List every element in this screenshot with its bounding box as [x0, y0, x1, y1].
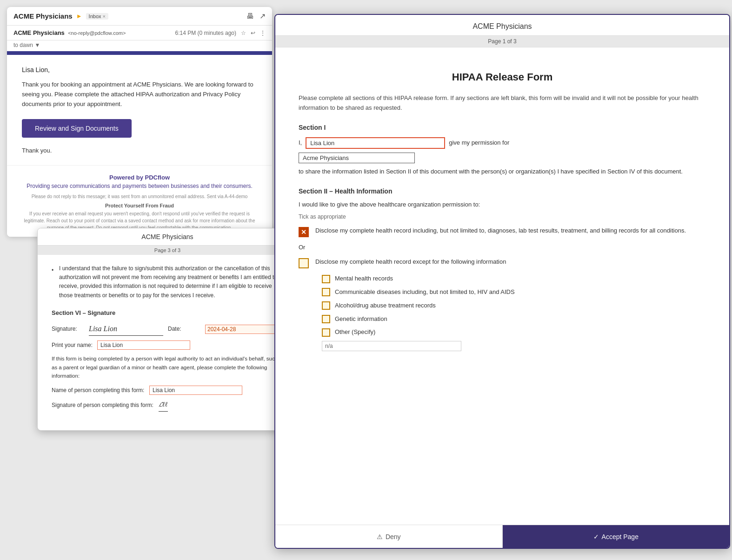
email-meta-row: ACME Physicians <no-reply@pdcflow.com> 6…	[7, 26, 272, 40]
hipaa-checkbox2[interactable]	[299, 258, 309, 268]
date-input[interactable]	[205, 325, 279, 334]
footer-powered: Powered by PDCflow	[22, 174, 257, 181]
email-panel: ACME Physicians ► Inbox × 🖶 ↗ ACME Physi…	[7, 7, 272, 237]
email-footer: Powered by PDCflow Providing secure comm…	[7, 165, 272, 237]
email-sender-name: ACME Physicians	[13, 29, 65, 36]
sub-checkbox-1[interactable]	[322, 275, 330, 283]
sub-checkbox-4[interactable]	[322, 315, 330, 323]
print-name-row: Print your name:	[52, 340, 283, 350]
hipaa-org-input[interactable]	[299, 153, 415, 163]
email-body: Lisa Lion, Thank you for booking an appo…	[7, 51, 272, 237]
hipaa-header: ACME Physicians	[275, 15, 729, 36]
checkmark-icon: ✓	[593, 533, 599, 540]
email-timestamp: 6:14 PM (0 minutes ago)	[175, 30, 236, 36]
sig-label: Signature:	[52, 325, 84, 333]
sub-check-text-1: Mental health records	[335, 274, 393, 284]
doc-back-page-indicator: Page 3 of 3	[38, 246, 297, 255]
sig2-image: 𝓛ℓℓ	[159, 400, 168, 411]
dropdown-icon[interactable]: ▼	[34, 42, 40, 48]
person-label: Name of person completing this form:	[52, 386, 145, 395]
checkbox1-x: ✕	[301, 227, 306, 237]
forward-icon: ►	[76, 13, 82, 20]
deny-icon: ⚠	[377, 533, 383, 540]
accept-page-button[interactable]: ✓ Accept Page	[503, 525, 730, 548]
review-sign-button[interactable]: Review and Sign Documents	[22, 119, 132, 138]
hipaa-na-input[interactable]	[322, 341, 461, 351]
hipaa-field1-suffix: give my permission for	[449, 138, 509, 148]
sub-check-text-3: Alcohol/drug abuse treatment records	[335, 301, 436, 311]
signature-row: Signature: Lisa Lion Date:	[52, 323, 283, 336]
inbox-tag-close[interactable]: ×	[103, 13, 106, 19]
hipaa-check2-row: Disclose my complete health record excep…	[299, 257, 706, 268]
sub-check-text-4: Genetic information	[335, 314, 387, 324]
sig2-row: Signature of person completing this form…	[52, 400, 283, 411]
hipaa-check2-text: Disclose my complete health record excep…	[315, 257, 706, 267]
hipaa-field1-prefix: I,	[299, 138, 302, 148]
sub-checkbox-2[interactable]	[322, 288, 330, 296]
hipaa-section1-title: Section I	[299, 122, 706, 133]
hipaa-or-text: Or	[299, 243, 706, 253]
email-body-text: Thank you for booking an appointment at …	[22, 80, 257, 109]
print-icon[interactable]: 🖶	[246, 12, 254, 20]
email-thank-you: Thank you.	[22, 147, 257, 154]
sub-check-row-4: Genetic information	[322, 314, 706, 324]
hipaa-field2-row: to share the information listed in Secti…	[299, 153, 706, 177]
email-to-row: to dawn ▼	[7, 40, 272, 51]
footer-tagline: Providing secure communications and paym…	[22, 183, 257, 189]
sub-check-text-5: Other (Specify)	[335, 327, 375, 337]
hipaa-form-title: HIPAA Release Form	[299, 69, 706, 85]
hipaa-field2-suffix: to share the information listed in Secti…	[299, 167, 683, 177]
doc-bullet-text: I understand that the failure to sign/su…	[59, 264, 283, 300]
deny-label: Deny	[386, 533, 401, 540]
footer-legal: Please do not reply to this message; it …	[22, 194, 257, 199]
hipaa-name-input[interactable]	[306, 137, 445, 149]
external-link-icon[interactable]: ↗	[260, 12, 266, 20]
hipaa-header-title: ACME Physicians	[472, 22, 532, 30]
hipaa-permission-text: I would like to give the above healthcar…	[299, 200, 706, 210]
hipaa-sub-checks: Mental health records Communicable disea…	[322, 274, 706, 351]
doc-panel-back: ACME Physicians Page 3 of 3 • I understa…	[37, 228, 298, 431]
sub-check-row-1: Mental health records	[322, 274, 706, 284]
sub-check-row-2: Communicable diseases including, but not…	[322, 287, 706, 297]
sub-na-row	[322, 341, 706, 351]
hipaa-checkbox1[interactable]: ✕	[299, 227, 309, 237]
hipaa-footer-bar: ⚠ Deny ✓ Accept Page	[275, 525, 729, 548]
email-header-icons: 🖶 ↗	[246, 12, 266, 20]
email-blue-bar	[7, 51, 272, 55]
accept-label: Accept Page	[602, 533, 639, 540]
hipaa-check1-row: ✕ Disclose my complete health record inc…	[299, 226, 706, 237]
sub-check-text-2: Communicable diseases including, but not…	[335, 287, 515, 297]
hipaa-page-indicator: Page 1 of 3	[275, 36, 729, 47]
email-app-title: ACME Physicians	[13, 12, 73, 20]
print-name-input[interactable]	[97, 340, 190, 350]
sub-checkbox-3[interactable]	[322, 301, 330, 310]
footer-fraud-title: Protect Yourself From Fraud	[22, 203, 257, 208]
star-icon[interactable]: ☆	[241, 30, 246, 36]
email-content: Lisa Lion, Thank you for booking an appo…	[7, 55, 272, 165]
inbox-tag-label: Inbox	[89, 13, 101, 19]
bullet-dot: •	[52, 266, 54, 300]
sub-checkbox-5[interactable]	[322, 328, 330, 337]
doc-legal-text: If this form is being completed by a per…	[52, 354, 283, 380]
inbox-tag[interactable]: Inbox ×	[86, 13, 108, 20]
doc-back-body: • I understand that the failure to sign/…	[38, 255, 297, 430]
email-greeting: Lisa Lion,	[22, 66, 257, 73]
sig2-label: Signature of person completing this form…	[52, 401, 154, 410]
doc-section6-title: Section VI – Signature	[52, 308, 283, 318]
email-time-actions: 6:14 PM (0 minutes ago) ☆ ↩ ⋮	[175, 30, 266, 36]
person-input[interactable]	[149, 386, 242, 395]
email-header-bar: ACME Physicians ► Inbox × 🖶 ↗	[7, 7, 272, 26]
hipaa-tick-label: Tick as appropriate	[299, 213, 706, 221]
email-sender-address: <no-reply@pdcflow.com>	[68, 30, 126, 36]
doc-back-title: ACME Physicians	[141, 233, 193, 240]
hipaa-check1-text: Disclose my complete health record inclu…	[315, 226, 706, 235]
deny-button[interactable]: ⚠ Deny	[275, 525, 503, 548]
person-completing-row: Name of person completing this form:	[52, 386, 283, 395]
print-label: Print your name:	[52, 341, 93, 350]
hipaa-intro-text: Please complete all sections of this HIP…	[299, 93, 706, 113]
reply-icon[interactable]: ↩	[251, 30, 255, 36]
sub-check-row-5: Other (Specify)	[322, 327, 706, 337]
doc-back-header: ACME Physicians	[38, 228, 297, 246]
more-options-icon[interactable]: ⋮	[260, 30, 266, 36]
email-to-label: to dawn	[13, 42, 33, 48]
